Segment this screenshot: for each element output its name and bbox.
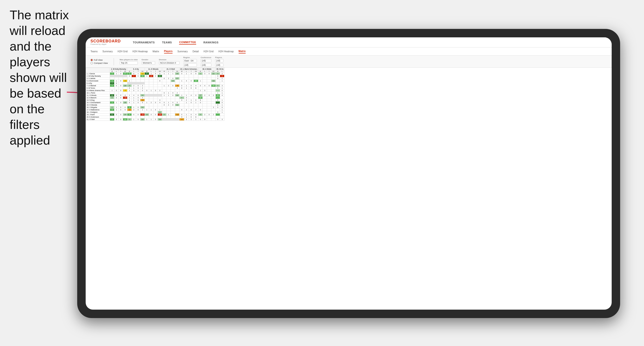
nav-teams[interactable]: TEAMS bbox=[162, 40, 172, 44]
compact-view-option[interactable]: Compact View bbox=[90, 62, 108, 64]
matrix-cell: 1 bbox=[220, 77, 224, 80]
matrix-cell bbox=[145, 85, 149, 87]
matrix-cell bbox=[198, 77, 203, 80]
matrix-cell bbox=[162, 116, 166, 118]
subnav-detail[interactable]: Detail bbox=[192, 50, 199, 53]
matrix-cell bbox=[128, 104, 132, 106]
subnav-h2hheatmap2[interactable]: H2H Heatmap bbox=[218, 50, 234, 53]
matrix-cell: 0 bbox=[114, 114, 119, 116]
matrix-cell bbox=[198, 106, 203, 109]
player-name-cell: 8. M Torres bbox=[86, 87, 110, 89]
gender-select[interactable]: Women's bbox=[142, 61, 155, 65]
subnav-summary[interactable]: Summary bbox=[102, 50, 113, 53]
region-select[interactable]: East - DII bbox=[184, 59, 197, 62]
subnav-h2hheatmap[interactable]: H2H Heatmap bbox=[132, 50, 148, 53]
matrix-cell: 2 bbox=[216, 85, 220, 87]
player-name-cell: 14. S Srichantamit bbox=[86, 101, 110, 104]
conference-select[interactable]: (All) bbox=[201, 59, 211, 62]
matrix-cell: 1 bbox=[145, 118, 149, 121]
subnav-h2hgrid2[interactable]: H2H Grid bbox=[204, 50, 214, 53]
matrix-cell bbox=[180, 77, 184, 80]
matrix-cell bbox=[136, 111, 140, 114]
matrix-cell bbox=[128, 77, 132, 80]
subnav-h2hgrid[interactable]: H2H Grid bbox=[118, 50, 128, 53]
player-name-cell: 9. A Maria Jimenez Rios bbox=[86, 89, 110, 92]
matrix-cell bbox=[207, 77, 211, 80]
matrix-cell bbox=[145, 111, 149, 114]
matrix-cell: 2 bbox=[132, 109, 136, 111]
matrix-cell: 1 bbox=[136, 89, 140, 92]
compact-view-radio[interactable] bbox=[90, 62, 93, 64]
subnav-matrix2[interactable]: Matrix bbox=[239, 49, 246, 53]
matrix-cell: 4 bbox=[220, 94, 224, 97]
matrix-cell bbox=[180, 82, 184, 85]
matrix-cell bbox=[171, 89, 175, 92]
logo-scoreboard: SCOREBOARD bbox=[90, 39, 121, 43]
matrix-cell: 1 bbox=[220, 109, 224, 111]
region-sub-select[interactable]: (All) bbox=[184, 63, 197, 67]
full-view-option[interactable]: Full View bbox=[90, 59, 108, 61]
nav-rankings[interactable]: RANKINGS bbox=[204, 40, 218, 44]
matrix-cell bbox=[211, 109, 216, 111]
matrix-cell: 0 bbox=[180, 109, 184, 111]
matrix-cell bbox=[132, 116, 136, 118]
matrix-cell: 4 bbox=[207, 94, 211, 97]
matrix-cell bbox=[140, 104, 145, 106]
matrix-cell bbox=[140, 116, 145, 118]
conference-sub-select[interactable]: (All) bbox=[201, 63, 211, 67]
subnav-matrix[interactable]: Matrix bbox=[152, 50, 159, 53]
matrix-cell: 0 bbox=[136, 118, 140, 121]
matrix-cell bbox=[162, 87, 166, 89]
matrix-cell bbox=[166, 116, 171, 118]
matrix-cell: 0 bbox=[119, 114, 123, 116]
matrix-cell: 1 bbox=[184, 85, 189, 87]
matrix-cell: 1 bbox=[145, 109, 149, 111]
matrix-cell bbox=[207, 97, 211, 99]
matrix-cell bbox=[211, 82, 216, 85]
matrix-cell: 0 bbox=[114, 94, 119, 97]
matrix-cell bbox=[154, 99, 158, 101]
matrix-cell bbox=[110, 116, 114, 118]
matrix-cell: 0 bbox=[171, 104, 175, 106]
matrix-container[interactable]: 2. M Kelly Mulcahy 6. A Dy 11. G Woods 2… bbox=[86, 68, 612, 310]
matrix-cell bbox=[207, 109, 211, 111]
full-view-radio[interactable] bbox=[90, 59, 93, 61]
matrix-cell: 0 bbox=[158, 73, 162, 75]
matrix-cell bbox=[194, 77, 198, 80]
subnav-summary2[interactable]: Summary bbox=[177, 50, 188, 53]
logo-area: SCOREBOARD Powered by clippd bbox=[90, 39, 121, 45]
nav-tournaments[interactable]: TOURNAMENTS bbox=[133, 40, 155, 44]
players-sub-select[interactable]: (All) bbox=[215, 63, 224, 67]
player-name-cell: 20. E Andersson bbox=[86, 116, 110, 118]
players-select[interactable]: (All) bbox=[215, 59, 224, 62]
matrix-cell bbox=[123, 99, 128, 101]
subnav-teams[interactable]: Teams bbox=[90, 50, 98, 53]
matrix-cell bbox=[207, 106, 211, 109]
matrix-cell bbox=[166, 75, 171, 77]
matrix-cell bbox=[211, 89, 216, 92]
matrix-cell: 17 bbox=[198, 94, 203, 97]
matrix-cell bbox=[110, 87, 114, 89]
matrix-cell: 8 bbox=[194, 116, 198, 118]
matrix-cell: 1 bbox=[220, 92, 224, 94]
subnav-players[interactable]: Players bbox=[164, 49, 173, 53]
matrix-cell bbox=[136, 80, 140, 82]
matrix-cell bbox=[198, 116, 203, 118]
matrix-cell bbox=[114, 104, 119, 106]
matrix-cell bbox=[119, 104, 123, 106]
matrix-cell bbox=[203, 82, 207, 85]
division-select[interactable]: NCAA Division II bbox=[159, 61, 180, 65]
matrix-cell: 1 bbox=[149, 73, 154, 75]
matrix-cell bbox=[114, 116, 119, 118]
max-players-select[interactable]: Top 25 bbox=[120, 61, 138, 65]
matrix-cell: 2 bbox=[211, 114, 216, 116]
table-row: 16. X Mcgaha210031011300 bbox=[86, 106, 224, 109]
matrix-cell bbox=[184, 77, 189, 80]
matrix-cell: 0 bbox=[198, 118, 203, 121]
nav-committee[interactable]: COMMITTEE bbox=[179, 40, 196, 45]
sh-l6: L bbox=[203, 70, 207, 73]
matrix-cell: 3 bbox=[211, 106, 216, 109]
matrix-cell: 2 bbox=[203, 114, 207, 116]
matrix-cell: 0 bbox=[154, 75, 158, 77]
matrix-cell bbox=[154, 104, 158, 106]
